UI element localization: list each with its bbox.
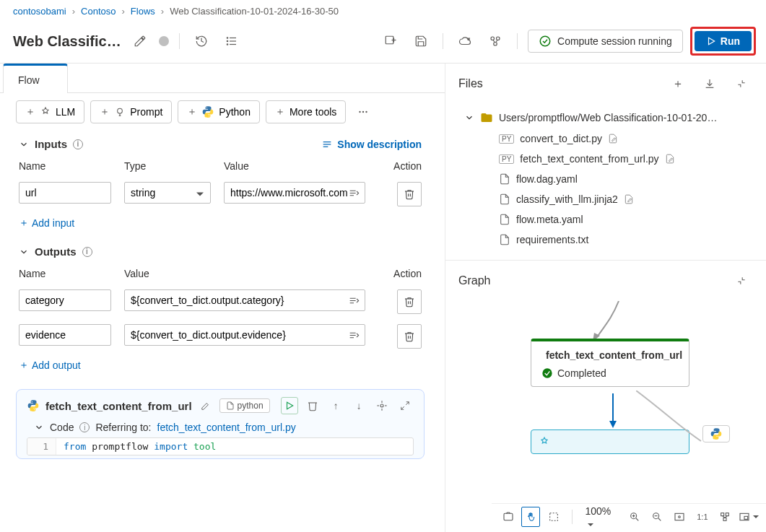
svg-marker-27	[287, 402, 293, 409]
file-row[interactable]: PYfetch_text_content_from_url.py	[458, 149, 766, 169]
outputs-header-row: Name Value Action	[19, 262, 422, 284]
overflow-button[interactable]	[352, 100, 375, 123]
move-down-button[interactable]: ↓	[350, 397, 367, 414]
add-output-link[interactable]: ＋Add output	[19, 353, 422, 373]
file-row[interactable]: flow.meta.yaml	[458, 209, 766, 230]
more-tools-button[interactable]: ＋ More tools	[266, 100, 346, 123]
show-description-link[interactable]: Show description	[321, 139, 422, 150]
chevron-down-icon	[464, 113, 474, 123]
history-button[interactable]	[190, 30, 213, 53]
chevron-down-icon[interactable]	[34, 422, 44, 432]
value-picker-icon[interactable]	[348, 330, 360, 344]
svg-point-5	[227, 44, 228, 45]
add-prompt-button[interactable]: ＋ Prompt	[90, 100, 172, 123]
page-header: Web Classificat… Compute session running…	[0, 22, 766, 64]
file-row[interactable]: PYconvert_to_dict.py	[458, 128, 766, 149]
python-icon	[710, 427, 723, 440]
compute-status-text: Compute session running	[557, 35, 672, 47]
input-name-field[interactable]	[19, 182, 111, 204]
rename-node-button[interactable]	[198, 398, 214, 414]
list-view-button[interactable]	[220, 30, 243, 53]
fit-button[interactable]	[671, 507, 689, 527]
node-lang-badge[interactable]: python	[219, 398, 270, 413]
tab-flow[interactable]: Flow	[3, 64, 68, 93]
delete-input-button[interactable]	[397, 182, 422, 206]
breadcrumb-workspace[interactable]: contosobami	[13, 6, 66, 17]
file-name: flow.meta.yaml	[516, 214, 583, 225]
zoom-level[interactable]: 100%	[580, 505, 620, 528]
code-line: from promptflow import tool	[56, 438, 223, 455]
add-file-button[interactable]: ＋	[666, 72, 689, 95]
input-value-field[interactable]	[224, 182, 365, 204]
output-name-field[interactable]	[19, 289, 111, 311]
svg-point-23	[366, 111, 367, 113]
outputs-row	[19, 318, 422, 353]
node-card: fetch_text_content_from_url python	[16, 389, 425, 459]
svg-point-28	[380, 404, 383, 407]
zoom-in-button[interactable]	[625, 507, 643, 527]
value-picker-icon[interactable]	[348, 295, 360, 309]
file-icon	[499, 173, 510, 185]
graph-node-stub[interactable]	[702, 425, 730, 442]
compute-status[interactable]: Compute session running	[528, 30, 683, 53]
collapse-graph-button[interactable]	[730, 269, 753, 292]
folder-row[interactable]: Users/promptflow/Web Classification-10-0…	[458, 107, 766, 128]
value-picker-icon[interactable]	[348, 188, 360, 201]
move-up-button[interactable]: ↑	[327, 397, 344, 414]
file-row[interactable]: flow.dag.yaml	[458, 169, 766, 189]
output-value-field[interactable]	[124, 324, 365, 346]
screenshot-button[interactable]	[499, 507, 517, 527]
graph-canvas[interactable]: fetch_text_content_from_url Completed	[445, 301, 766, 532]
graph-node-fetch[interactable]: fetch_text_content_from_url Completed	[531, 339, 689, 387]
save-button[interactable]	[409, 30, 432, 53]
breadcrumb-sep: ›	[121, 6, 124, 17]
input-type-select[interactable]	[124, 182, 211, 204]
output-value-field[interactable]	[124, 289, 365, 311]
delete-output-button[interactable]	[397, 289, 422, 314]
inputs-section: Inputs i Show description Name Type Valu…	[0, 131, 440, 238]
file-row[interactable]: requirements.txt	[458, 230, 766, 250]
svg-point-22	[362, 111, 364, 113]
zoom-out-button[interactable]	[648, 507, 666, 527]
py-file-icon: PY	[499, 154, 514, 164]
pan-button[interactable]	[521, 507, 540, 527]
edit-file-icon[interactable]	[624, 194, 634, 204]
breadcrumb-sep: ›	[72, 6, 75, 17]
add-llm-button[interactable]: ＋ LLM	[16, 100, 84, 123]
info-icon[interactable]: i	[73, 139, 83, 149]
variant-button[interactable]	[484, 30, 507, 53]
edit-file-icon[interactable]	[665, 154, 675, 164]
info-icon[interactable]: i	[79, 422, 90, 432]
file-row[interactable]: classify_with_llm.jinja2	[458, 189, 766, 209]
referring-file-link[interactable]: fetch_text_content_from_url.py	[157, 422, 296, 433]
svg-point-12	[497, 37, 500, 40]
edit-name-button[interactable]	[129, 30, 152, 53]
output-name-field[interactable]	[19, 324, 111, 346]
graph-toolbar: 100% 1:1	[492, 503, 766, 529]
delete-node-button[interactable]	[304, 397, 321, 414]
cloud-button[interactable]	[453, 30, 476, 53]
info-icon[interactable]: i	[82, 247, 92, 257]
run-button[interactable]: Run	[695, 31, 752, 51]
edit-file-icon[interactable]	[608, 134, 618, 144]
add-input-link[interactable]: ＋Add input	[19, 211, 422, 231]
expand-button[interactable]	[396, 397, 414, 414]
minimap-button[interactable]	[739, 507, 759, 527]
collapse-panel-button[interactable]	[730, 72, 753, 95]
code-editor[interactable]: 1 from promptflow import tool	[27, 437, 414, 455]
file-name: classify_with_llm.jinja2	[516, 193, 618, 205]
locate-button[interactable]	[373, 397, 391, 414]
actual-size-button[interactable]: 1:1	[693, 507, 711, 527]
add-python-button[interactable]: ＋ Python	[178, 100, 260, 123]
node-toolbar: ＋ LLM ＋ Prompt ＋ Python ＋ More tools	[0, 93, 445, 131]
breadcrumb-project[interactable]: Contoso	[81, 6, 116, 17]
chevron-down-icon[interactable]	[19, 139, 29, 149]
download-files-button[interactable]	[698, 72, 721, 95]
delete-output-button[interactable]	[397, 324, 422, 349]
breadcrumb-flows[interactable]: Flows	[131, 6, 155, 17]
select-button[interactable]	[544, 507, 562, 527]
add-panel-button[interactable]	[379, 30, 402, 53]
layout-button[interactable]	[716, 507, 734, 527]
run-node-button[interactable]	[281, 397, 298, 414]
chevron-down-icon[interactable]	[19, 247, 29, 257]
